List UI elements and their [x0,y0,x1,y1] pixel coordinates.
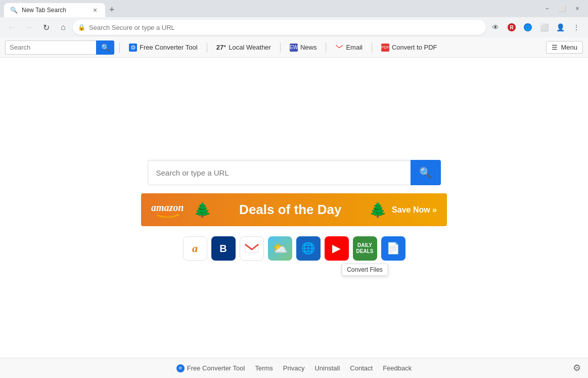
search-icon: 🔍 [101,44,110,52]
svg-rect-4 [336,45,343,50]
cast-button[interactable]: ⬜ [536,20,552,35]
globe-icon: 🌐 [301,242,315,255]
amazon-banner[interactable]: amazon 🌲 Deals of the Day 🌲 Save Now » [141,193,447,226]
footer-converter-link[interactable]: ⚙ Free Converter Tool [176,364,245,372]
quicklink-docs[interactable]: 📄 [381,236,405,261]
center-search-icon: 🔍 [419,166,432,179]
pdf-label: Convert to PDF [392,44,437,51]
svg-point-5 [176,214,179,217]
main-content: 🔍 amazon 🌲 Deals of the Day 🌲 Save Now » [0,58,588,378]
toolbar-converter-link[interactable]: ⚙ Free Converter Tool [125,41,202,54]
toolbar-separator-1 [119,43,120,53]
browser-actions: 👁 R 🌐 ⬜ 👤 ⋮ [488,20,584,35]
center-search-input[interactable] [148,160,411,185]
home-button[interactable]: ⌂ [56,20,71,35]
tab-icon: 🔍 [10,7,18,14]
footer: ⚙ Free Converter Tool Terms Privacy Unin… [0,358,588,378]
reload-button[interactable]: ↻ [38,20,54,35]
lock-icon: 🔒 [78,24,85,31]
hamburger-icon: ☰ [552,44,558,51]
svg-text:R: R [510,25,514,30]
minimize-button[interactable]: − [540,4,554,14]
menu-label: Menu [561,44,577,51]
toolbar-news-link[interactable]: NEWS News [286,41,321,54]
weather-temp: 27° [216,44,227,51]
more-button[interactable]: ⋮ [569,20,584,35]
banner-save-button: Save Now » [392,205,437,215]
back-button[interactable]: ← [4,20,19,35]
profile-button[interactable]: 👤 [553,20,568,35]
booking-icon: B [219,243,227,255]
tooltip: Convert Files [341,264,388,276]
toolbar-pdf-link[interactable]: PDF Convert to PDF [377,41,441,54]
converter-icon: ⚙ [129,44,137,52]
weather-label: Local Weather [229,44,271,51]
footer-converter-icon: ⚙ [176,364,185,372]
toolbar-search-button[interactable]: 🔍 [96,40,114,55]
toolbar: 🔍 ⚙ Free Converter Tool 27° Local Weathe… [0,37,588,58]
extension-button[interactable]: 🌐 [520,20,535,35]
quicklink-amazon[interactable]: a [183,236,207,261]
browser-tab[interactable]: 🔍 New Tab Search × [4,3,105,17]
address-bar-wrap: 🔒 [73,20,486,35]
menu-button[interactable]: ☰ Menu [546,41,583,54]
svg-text:🌐: 🌐 [525,24,531,31]
amazon-icon: a [192,242,198,255]
footer-converter-label: Free Converter Tool [187,364,245,372]
gmail-icon-svg [244,243,259,254]
center-search-bar: 🔍 [148,160,441,185]
footer-terms-link[interactable]: Terms [255,364,273,372]
footer-privacy-link[interactable]: Privacy [283,364,305,372]
window-controls: − ⬜ × [540,4,584,14]
tooltip-wrap: DAILYDEALS Convert Files [353,236,377,261]
center-search-button[interactable]: 🔍 [411,160,441,185]
quicklink-gmail[interactable] [240,236,264,261]
weather-cloud-icon: ⛅ [273,241,288,256]
play-icon: ▶ [332,242,341,255]
tree-icon-right: 🌲 [369,201,387,218]
toolbar-email-link[interactable]: Email [331,41,367,54]
lastpass-button[interactable]: R [504,20,519,35]
footer-contact-link[interactable]: Contact [350,364,373,372]
news-label: News [300,44,317,51]
docs-icon: 📄 [386,242,400,255]
toolbar-separator-4 [326,43,326,53]
footer-uninstall-link[interactable]: Uninstall [314,364,340,372]
pdf-icon: PDF [381,44,389,52]
toolbar-separator-2 [207,43,207,53]
email-label: Email [346,44,363,51]
eye-button[interactable]: 👁 [488,20,503,35]
quicklink-youtube[interactable]: ▶ [325,236,349,261]
quicklink-deals[interactable]: DAILYDEALS [353,236,377,261]
toolbar-weather-link[interactable]: 27° Local Weather [212,41,275,53]
new-tab-button[interactable]: + [105,3,119,17]
banner-deal-text: Deals of the Day [216,202,364,218]
center-search-wrap: 🔍 amazon 🌲 Deals of the Day 🌲 Save Now » [141,160,447,261]
amazon-smile-svg [155,214,180,218]
close-button[interactable]: × [571,4,584,14]
tab-area: 🔍 New Tab Search × + [4,0,536,17]
toolbar-separator-3 [280,43,281,53]
amazon-logo-text: amazon [151,202,184,214]
maximize-button[interactable]: ⬜ [556,4,569,14]
settings-button[interactable]: ⚙ [571,362,583,374]
tree-icon-left: 🌲 [194,201,211,218]
quick-links: a B ⛅ 🌐 [183,236,405,261]
address-bar[interactable] [73,20,486,35]
toolbar-separator-5 [372,43,372,53]
toolbar-search-input[interactable] [5,40,96,55]
deals-text: DAILYDEALS [356,242,374,255]
tab-title: New Tab Search [22,7,66,14]
quicklink-web[interactable]: 🌐 [296,236,321,261]
page-body: 🔍 New Tab Search × + − ⬜ × ← → ↻ ⌂ 🔒 👁 R [0,0,588,378]
footer-feedback-link[interactable]: Feedback [383,364,412,372]
news-icon: NEWS [290,44,298,52]
quicklink-weather[interactable]: ⛅ [268,236,292,261]
forward-button[interactable]: → [21,20,36,35]
gmail-icon [335,44,343,52]
nav-bar: ← → ↻ ⌂ 🔒 👁 R 🌐 ⬜ 👤 ⋮ [0,17,588,37]
title-bar: 🔍 New Tab Search × + − ⬜ × [0,0,588,17]
amazon-logo: amazon [151,202,184,218]
tab-close-button[interactable]: × [91,6,99,14]
quicklink-booking[interactable]: B [211,236,236,261]
